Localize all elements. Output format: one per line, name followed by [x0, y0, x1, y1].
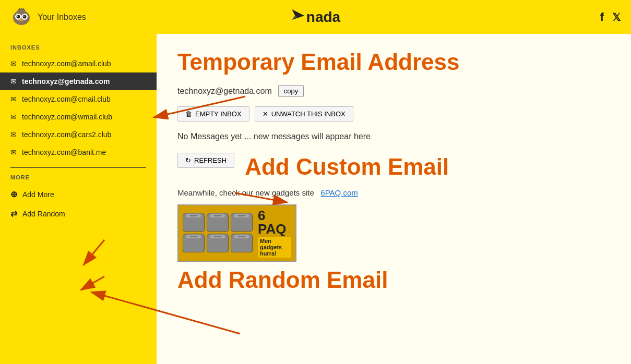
random-icon: ⇄ — [10, 209, 17, 219]
ad-text-block: 6 PAQ Men gadgets hurra! — [258, 209, 291, 258]
can-3 — [231, 213, 253, 232]
add-more-item[interactable]: ⊕ Add More — [0, 185, 157, 204]
can-6 — [231, 234, 253, 252]
no-messages-text: No Messages yet ... new messages will ap… — [177, 132, 610, 141]
meanwhile-text: Meanwhile, check our new gadgets site 6P… — [177, 188, 610, 197]
meanwhile-static-text: Meanwhile, check our new gadgets site — [177, 188, 314, 197]
ad-subtitle: Men gadgets hurra! — [258, 237, 291, 258]
current-email-display: technoxyz@getnada.com — [177, 87, 272, 96]
sidebar-item-inbox-4[interactable]: ✉ technoxyz.com@wmail.club — [0, 108, 157, 126]
can-4 — [183, 234, 205, 252]
logo-arrow-icon — [291, 8, 305, 26]
svg-point-4 — [23, 15, 27, 18]
temporary-email-heading: Temporary Email Address — [177, 50, 610, 75]
svg-point-3 — [17, 15, 20, 18]
inbox-address-6: technoxyz.com@banit.me — [22, 148, 106, 156]
inbox-address-1: technoxyz.com@amail.club — [22, 59, 111, 68]
header-logo[interactable]: nada — [291, 8, 340, 26]
add-more-label: Add More — [22, 190, 54, 199]
trash-icon: 🗑 — [185, 110, 192, 118]
ad-paq-text: PAQ — [258, 222, 286, 236]
inboxes-section-label: INBOXES — [0, 44, 157, 55]
layout: INBOXES ✉ technoxyz.com@amail.club ✉ tec… — [0, 34, 631, 364]
plus-icon: ⊕ — [10, 189, 17, 199]
more-section-label: MORE — [0, 174, 157, 185]
header-inboxes-label: Your Inboxes — [38, 13, 86, 22]
can-2 — [207, 213, 229, 232]
6paq-link[interactable]: 6PAQ.com — [320, 188, 358, 197]
header: Your Inboxes nada f 𝕏 — [0, 0, 631, 34]
ad-cans — [183, 213, 254, 253]
mail-icon-3: ✉ — [10, 95, 17, 103]
mail-icon-4: ✉ — [10, 113, 17, 121]
sidebar: INBOXES ✉ technoxyz.com@amail.club ✉ tec… — [0, 34, 157, 364]
logo-text: nada — [306, 9, 340, 26]
unwatch-label: UNWATCH THIS INBOX — [271, 110, 346, 118]
refresh-button[interactable]: ↻ REFRESH — [177, 153, 234, 168]
sidebar-item-inbox-2[interactable]: ✉ technoxyz@getnada.com — [0, 72, 157, 90]
close-x-icon: ✕ — [263, 110, 268, 118]
sidebar-item-inbox-6[interactable]: ✉ technoxyz.com@banit.me — [0, 143, 157, 161]
can-1 — [183, 213, 205, 232]
add-random-label: Add Random — [22, 210, 65, 218]
inbox-address-2: technoxyz@getnada.com — [22, 77, 110, 86]
refresh-label: REFRESH — [194, 156, 227, 164]
sidebar-item-inbox-5[interactable]: ✉ technoxyz.com@cars2.club — [0, 126, 157, 143]
sidebar-divider — [10, 167, 146, 168]
inbox-address-5: technoxyz.com@cars2.club — [22, 130, 111, 139]
facebook-icon[interactable]: f — [600, 10, 604, 24]
mail-icon-2: ✉ — [10, 77, 17, 86]
inbox-address-3: technoxyz.com@cmail.club — [22, 95, 111, 103]
add-custom-email-heading: Add Custom Email — [245, 154, 449, 180]
action-buttons-row: 🗑 EMPTY INBOX ✕ UNWATCH THIS INBOX — [177, 106, 610, 122]
inbox-address-4: technoxyz.com@wmail.club — [22, 113, 112, 121]
unwatch-inbox-button[interactable]: ✕ UNWATCH THIS INBOX — [255, 106, 353, 122]
copy-button[interactable]: copy — [278, 85, 304, 97]
owl-icon — [10, 6, 32, 28]
header-social: f 𝕏 — [600, 10, 621, 24]
ad-banner[interactable]: 6 PAQ Men gadgets hurra! — [177, 204, 296, 262]
header-left: Your Inboxes — [10, 6, 86, 28]
mail-icon-5: ✉ — [10, 130, 17, 139]
ad-number: 6 — [258, 209, 265, 222]
can-5 — [207, 234, 229, 252]
refresh-icon: ↻ — [185, 156, 191, 164]
main-content: Temporary Email Address technoxyz@getnad… — [157, 34, 631, 364]
mail-icon-1: ✉ — [10, 59, 17, 68]
empty-inbox-button[interactable]: 🗑 EMPTY INBOX — [177, 106, 249, 122]
empty-inbox-label: EMPTY INBOX — [195, 110, 242, 118]
add-random-email-heading: Add Random Email — [177, 267, 610, 293]
sidebar-item-inbox-1[interactable]: ✉ technoxyz.com@amail.club — [0, 55, 157, 72]
add-random-item[interactable]: ⇄ Add Random — [0, 204, 157, 223]
mail-icon-6: ✉ — [10, 148, 17, 156]
sidebar-item-inbox-3[interactable]: ✉ technoxyz.com@cmail.club — [0, 90, 157, 108]
email-address-row: technoxyz@getnada.com copy — [177, 85, 610, 97]
svg-point-6 — [23, 16, 25, 17]
twitter-icon[interactable]: 𝕏 — [612, 11, 621, 23]
svg-point-5 — [17, 16, 18, 17]
